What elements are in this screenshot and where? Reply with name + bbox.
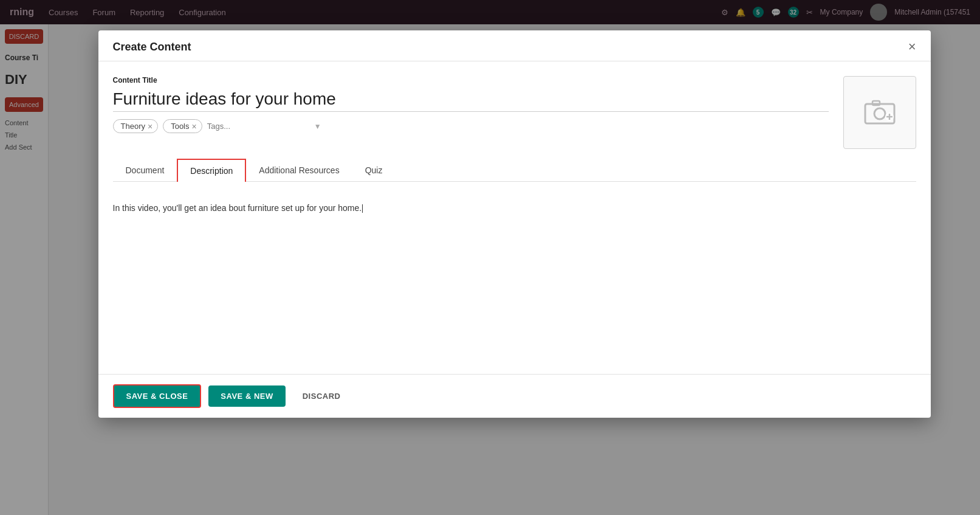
camera-icon bbox=[863, 97, 897, 128]
modal-title: Create Content bbox=[113, 41, 191, 54]
content-title-left: Content Title Theory × Tools × bbox=[113, 76, 829, 133]
description-text: In this video, you'll get an idea bout f… bbox=[113, 203, 362, 213]
tab-additional-resources[interactable]: Additional Resources bbox=[246, 159, 352, 182]
svg-point-1 bbox=[874, 108, 885, 119]
tag-theory: Theory × bbox=[113, 119, 159, 133]
content-title-section: Content Title Theory × Tools × bbox=[113, 76, 916, 149]
tag-theory-label: Theory bbox=[121, 122, 145, 131]
modal-header: Create Content × bbox=[98, 30, 931, 61]
tab-quiz[interactable]: Quiz bbox=[352, 159, 396, 182]
modal-body: Content Title Theory × Tools × bbox=[98, 61, 931, 374]
tags-input[interactable] bbox=[207, 122, 309, 131]
close-button[interactable]: × bbox=[908, 40, 916, 54]
discard-button[interactable]: DISCARD bbox=[293, 385, 351, 407]
photo-upload[interactable] bbox=[843, 76, 916, 149]
modal-container: Create Content × Content Title Theory × bbox=[49, 24, 980, 515]
description-area[interactable]: In this video, you'll get an idea bout f… bbox=[113, 192, 916, 374]
tags-row: Theory × Tools × ▼ bbox=[113, 119, 829, 133]
tag-tools: Tools × bbox=[163, 119, 202, 133]
tab-description[interactable]: Description bbox=[177, 159, 246, 182]
modal-footer: SAVE & CLOSE SAVE & NEW DISCARD bbox=[98, 374, 931, 418]
tag-theory-remove[interactable]: × bbox=[148, 122, 152, 131]
tags-dropdown-icon[interactable]: ▼ bbox=[314, 122, 321, 131]
save-new-button[interactable]: SAVE & NEW bbox=[208, 385, 285, 407]
modal-dialog: Create Content × Content Title Theory × bbox=[98, 30, 931, 418]
tag-tools-remove[interactable]: × bbox=[192, 122, 197, 131]
tabs: Document Description Additional Resource… bbox=[113, 159, 916, 182]
save-close-button[interactable]: SAVE & CLOSE bbox=[113, 384, 202, 408]
content-title-input[interactable] bbox=[113, 87, 829, 112]
content-title-label: Content Title bbox=[113, 76, 829, 85]
tag-tools-label: Tools bbox=[171, 122, 189, 131]
tab-document[interactable]: Document bbox=[113, 159, 177, 182]
text-cursor bbox=[362, 204, 363, 213]
